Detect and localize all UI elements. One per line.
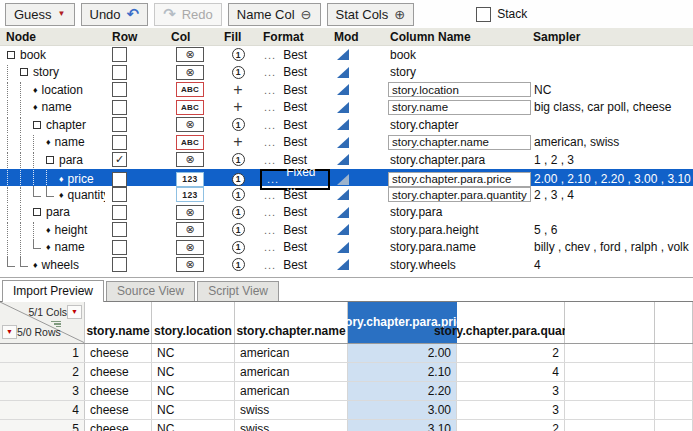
format-value[interactable]: Best (283, 100, 307, 114)
node-label[interactable]: quantity (68, 188, 105, 202)
tab-import-preview[interactable]: Import Preview (2, 280, 104, 302)
row-checkbox[interactable] (112, 205, 127, 220)
preview-empty-column-header[interactable] (655, 302, 693, 343)
format-dots-icon[interactable]: ... (264, 224, 276, 236)
node-label[interactable]: para (46, 205, 70, 219)
row-checkbox[interactable] (112, 47, 127, 62)
tree-row[interactable]: para⊗1...Beststory.para (0, 204, 693, 222)
mod-triangle-icon[interactable] (337, 174, 349, 185)
col-type-abc-icon[interactable]: ABC (176, 100, 204, 115)
tree-row[interactable]: ♦quantity1231...Beststory.chapter.para.q… (0, 186, 693, 204)
node-label[interactable]: location (42, 83, 83, 97)
format-value[interactable]: Best (283, 48, 307, 62)
col-type-none-icon[interactable]: ⊗ (176, 257, 204, 272)
format-cell[interactable]: ...Best (258, 221, 330, 239)
col-type-none-icon[interactable]: ⊗ (176, 117, 204, 132)
format-dots-icon[interactable]: ... (264, 119, 276, 131)
format-value[interactable]: Best (283, 205, 307, 219)
tree-row[interactable]: chapter⊗1...Beststory.chapter (0, 116, 693, 134)
column-name-input[interactable]: story.chapter.para.quantity (388, 187, 531, 202)
stack-checkbox[interactable] (476, 7, 491, 22)
format-dots-icon[interactable]: ... (264, 154, 276, 166)
mod-triangle-icon[interactable] (337, 154, 349, 165)
node-label[interactable]: name (55, 135, 85, 149)
format-dots-icon[interactable]: ... (264, 189, 276, 201)
format-value[interactable]: Best (283, 83, 307, 97)
node-label[interactable]: story (33, 65, 59, 79)
row-checkbox[interactable] (112, 135, 127, 150)
tree-row[interactable]: ♦price1231...Fixed ...story.chapter.para… (0, 169, 693, 187)
format-cell[interactable]: ...Best (258, 116, 330, 134)
preview-empty-column-header[interactable] (565, 302, 655, 343)
undo-button[interactable]: Undo ↶ (81, 3, 149, 26)
mod-triangle-icon[interactable] (337, 84, 349, 95)
format-cell[interactable]: ...Best (258, 134, 330, 152)
node-label[interactable]: price (68, 172, 94, 186)
node-label[interactable]: name (42, 100, 72, 114)
format-value[interactable]: Best (283, 188, 307, 202)
format-cell[interactable]: ...Best (258, 81, 330, 99)
row-checkbox[interactable] (112, 240, 127, 255)
col-type-123-icon[interactable]: 123 (176, 172, 204, 187)
format-value[interactable]: Best (283, 118, 307, 132)
guess-button[interactable]: Guess ▼ (5, 3, 75, 26)
columns-menu-button[interactable]: ▼ (67, 305, 82, 319)
tab-source-view[interactable]: Source View (106, 281, 195, 301)
format-cell[interactable]: ...Best (258, 64, 330, 82)
format-value[interactable]: Best (283, 258, 307, 272)
preview-row-number[interactable]: 4 (0, 401, 85, 419)
format-cell[interactable]: ...Best (258, 46, 330, 64)
tree-row[interactable]: story⊗1...Beststory (0, 64, 693, 82)
fill-once-icon[interactable]: 1 (232, 241, 245, 254)
mod-triangle-icon[interactable] (337, 189, 349, 200)
mod-triangle-icon[interactable] (337, 242, 349, 253)
node-label[interactable]: wheels (42, 258, 79, 272)
node-label[interactable]: chapter (46, 118, 86, 132)
tree-row[interactable]: ♦wheels⊗1...Beststory.wheels4 (0, 256, 693, 274)
col-type-none-icon[interactable]: ⊗ (176, 205, 204, 220)
preview-column-header[interactable]: story.chapter.name (235, 302, 348, 343)
format-value[interactable]: Best (283, 240, 307, 254)
node-label[interactable]: book (20, 48, 46, 62)
fill-once-icon[interactable]: 1 (232, 206, 245, 219)
tree-row[interactable]: ♦locationABC+...Beststory.locationNC (0, 81, 693, 99)
mod-triangle-icon[interactable] (337, 207, 349, 218)
tree-row[interactable]: ♦name⊗1...Beststory.para.namebilly , che… (0, 239, 693, 257)
preview-column-header[interactable]: story.name (85, 302, 152, 343)
mod-triangle-icon[interactable] (337, 224, 349, 235)
preview-row-number[interactable]: 1 (0, 344, 85, 362)
mod-triangle-icon[interactable] (337, 137, 349, 148)
format-dots-icon[interactable]: ... (264, 136, 276, 148)
row-checkbox[interactable] (112, 187, 127, 202)
row-checkbox[interactable] (112, 172, 127, 187)
mod-triangle-icon[interactable] (337, 67, 349, 78)
tree-row[interactable]: ♦height⊗1...Beststory.para.height5 , 6 (0, 221, 693, 239)
mod-triangle-icon[interactable] (337, 102, 349, 113)
format-dots-icon[interactable]: ... (264, 49, 276, 61)
format-value[interactable]: Best (283, 223, 307, 237)
format-cell[interactable]: ...Best (258, 204, 330, 222)
name-col-button[interactable]: Name Col ⊖ (228, 3, 321, 26)
format-dots-icon[interactable]: ... (264, 84, 276, 96)
fill-once-icon[interactable]: 1 (232, 188, 245, 201)
col-type-none-icon[interactable]: ⊗ (176, 152, 204, 167)
format-cell[interactable]: ...Best (258, 256, 330, 274)
fill-once-icon[interactable]: 1 (232, 153, 245, 166)
redo-button[interactable]: ↷ Redo (154, 3, 222, 26)
fill-once-icon[interactable]: 1 (232, 173, 245, 186)
format-cell[interactable]: ...Best (258, 186, 330, 204)
mod-triangle-icon[interactable] (337, 49, 349, 60)
format-cell[interactable]: ...Best (258, 99, 330, 117)
row-checkbox[interactable] (112, 117, 127, 132)
fill-once-icon[interactable]: 1 (232, 48, 245, 61)
rows-menu-button[interactable]: ▼ (2, 325, 17, 339)
column-name-input[interactable]: story.location (388, 82, 531, 97)
format-value[interactable]: Best (283, 65, 307, 79)
row-checkbox[interactable] (112, 100, 127, 115)
format-dots-icon[interactable]: ... (264, 259, 276, 271)
row-checkbox[interactable]: ✓ (112, 152, 127, 167)
mod-triangle-icon[interactable] (337, 259, 349, 270)
fill-once-icon[interactable]: 1 (232, 258, 245, 271)
mod-triangle-icon[interactable] (337, 119, 349, 130)
node-label[interactable]: para (59, 153, 83, 167)
